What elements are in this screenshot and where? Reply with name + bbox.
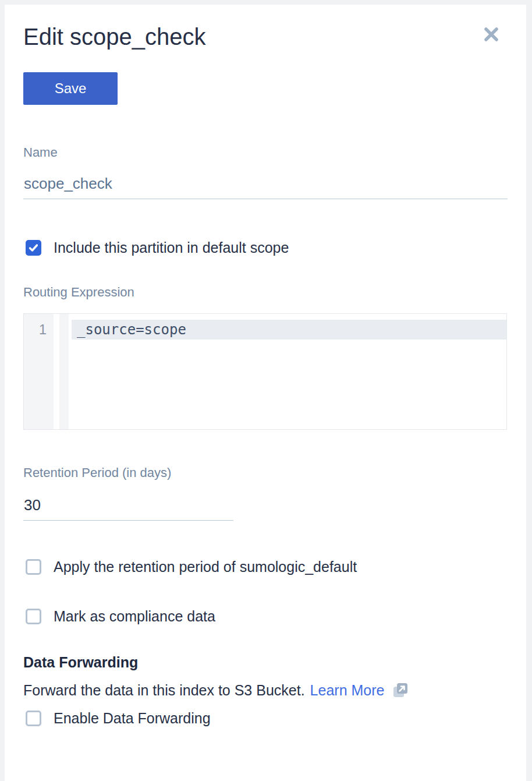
- line-number: 1: [24, 320, 47, 340]
- compliance-checkbox[interactable]: [26, 609, 41, 624]
- edit-partition-dialog: Edit scope_check Save Name Include this …: [5, 5, 526, 781]
- name-input[interactable]: [23, 175, 508, 199]
- compliance-label: Mark as compliance data: [54, 607, 215, 625]
- checkmark-icon: [29, 243, 38, 253]
- close-icon: [484, 27, 499, 42]
- editor-code-area[interactable]: _source=scope: [72, 314, 506, 429]
- editor-fold-gutter: [59, 314, 69, 429]
- data-forwarding-heading: Data Forwarding: [23, 654, 507, 671]
- apply-default-retention-checkbox[interactable]: [26, 559, 41, 575]
- editor-line-number-gutter: 1: [24, 314, 54, 429]
- learn-more-link[interactable]: Learn More: [310, 681, 385, 699]
- retention-period-input[interactable]: [23, 496, 233, 521]
- default-scope-checkbox[interactable]: [26, 240, 41, 256]
- enable-data-forwarding-checkbox[interactable]: [26, 711, 41, 726]
- external-link-icon[interactable]: [392, 681, 409, 699]
- compliance-row: Mark as compliance data: [23, 607, 507, 625]
- data-forwarding-description-row: Forward the data in this index to S3 Buc…: [23, 681, 507, 699]
- routing-expression-label: Routing Expression: [23, 285, 507, 299]
- enable-data-forwarding-label: Enable Data Forwarding: [54, 709, 211, 727]
- default-scope-label: Include this partition in default scope: [54, 239, 289, 256]
- save-button[interactable]: Save: [23, 72, 118, 105]
- apply-default-retention-row: Apply the retention period of sumologic_…: [23, 558, 507, 575]
- dialog-header: Edit scope_check: [23, 23, 507, 50]
- routing-expression-editor[interactable]: 1 _source=scope: [23, 313, 507, 430]
- routing-expression-value[interactable]: _source=scope: [72, 320, 506, 340]
- data-forwarding-description: Forward the data in this index to S3 Buc…: [23, 681, 305, 699]
- default-scope-row: Include this partition in default scope: [23, 239, 507, 256]
- retention-period-label: Retention Period (in days): [23, 466, 507, 480]
- name-field-label: Name: [23, 146, 507, 160]
- dialog-title: Edit scope_check: [23, 23, 206, 50]
- close-button[interactable]: [484, 27, 499, 42]
- apply-default-retention-label: Apply the retention period of sumologic_…: [54, 558, 357, 575]
- enable-data-forwarding-row: Enable Data Forwarding: [23, 709, 507, 727]
